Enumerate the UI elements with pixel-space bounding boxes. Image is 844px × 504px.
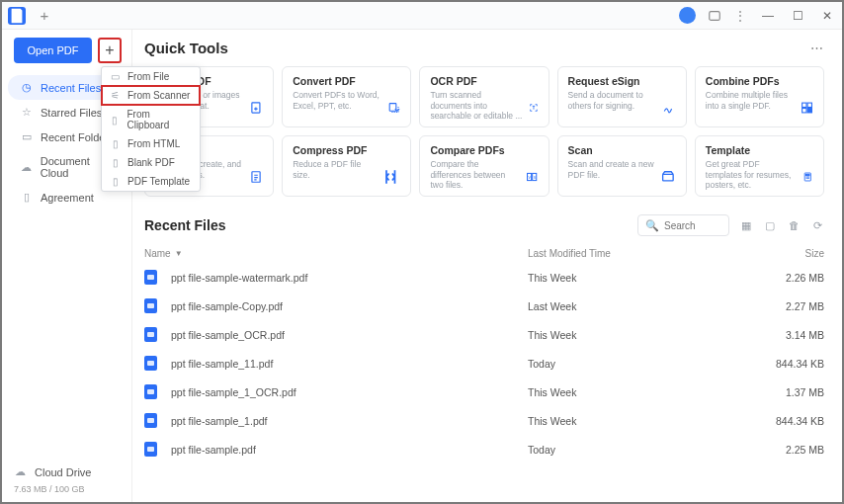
dropdown-from-clipboard[interactable]: ▯From Clipboard xyxy=(102,105,200,134)
document-icon: ▯ xyxy=(20,191,33,204)
file-size: 844.34 KB xyxy=(765,358,824,370)
sidebar-item-label: Recent Files xyxy=(41,82,101,94)
svg-rect-4 xyxy=(807,103,811,107)
new-pdf-button[interactable]: + xyxy=(98,38,122,63)
maximize-button[interactable]: ☐ xyxy=(789,9,806,23)
sort-icon: ▼ xyxy=(175,249,183,258)
dropdown-label: From HTML xyxy=(127,138,180,149)
sidebar-item-label: Agreement xyxy=(41,192,94,204)
tool-desc: Reduce a PDF file size. xyxy=(293,159,375,180)
col-name-header[interactable]: Name▼ xyxy=(144,248,528,259)
tool-ocr-pdf[interactable]: OCR PDFTurn scanned documents into searc… xyxy=(419,66,549,127)
notification-icon[interactable] xyxy=(708,9,721,23)
dropdown-label: From Scanner xyxy=(127,90,190,101)
tool-compress-pdf[interactable]: Compress PDFReduce a PDF file size. xyxy=(282,135,411,197)
dropdown-from-file[interactable]: ▭From File xyxy=(102,67,200,86)
file-size: 2.25 MB xyxy=(765,444,824,456)
grid-view-button[interactable]: ▢ xyxy=(763,218,777,232)
star-icon: ☆ xyxy=(20,106,33,119)
svg-rect-5 xyxy=(802,109,806,113)
avatar[interactable] xyxy=(679,7,696,24)
col-modified-header[interactable]: Last Modified Time xyxy=(528,248,765,259)
template-icon xyxy=(802,166,813,188)
table-row[interactable]: ppt file-sample_1_OCR.pdfThis Week1.37 M… xyxy=(144,378,824,406)
scan-icon xyxy=(660,166,676,188)
refresh-button[interactable]: ⟳ xyxy=(810,218,824,232)
tool-desc: Compare the differences between two file… xyxy=(430,159,520,191)
tool-title: Template xyxy=(706,144,798,156)
esign-icon xyxy=(662,97,676,119)
dropdown-label: Blank PDF xyxy=(127,157,175,168)
table-row[interactable]: ppt file-sample-watermark.pdfThis Week2.… xyxy=(144,263,824,292)
table-row[interactable]: ppt file-sample_OCR.pdfThis Week3.14 MB xyxy=(144,320,824,349)
file-name: ppt file-sample.pdf xyxy=(171,444,256,456)
scanner-icon: ⚟ xyxy=(110,90,121,101)
tool-request-esign[interactable]: Request eSignSend a document to others f… xyxy=(557,66,687,127)
search-box[interactable]: 🔍 xyxy=(637,214,729,236)
table-row[interactable]: ppt file-sample-Copy.pdfLast Week2.27 MB xyxy=(144,292,824,320)
combine-icon xyxy=(801,97,813,119)
file-modified: This Week xyxy=(528,386,765,398)
new-tab-button[interactable]: + xyxy=(36,7,53,25)
file-modified: Today xyxy=(528,444,765,456)
tool-desc: Convert PDFs to Word, Excel, PPT, etc. xyxy=(293,90,381,111)
tool-desc: Combine multiple files into a single PDF… xyxy=(706,90,795,111)
clipboard-icon: ▯ xyxy=(110,115,120,126)
pdf-file-icon xyxy=(144,270,157,285)
pdf-file-icon xyxy=(144,356,157,371)
pdf-file-icon xyxy=(144,413,157,428)
dropdown-label: From File xyxy=(127,71,169,82)
tool-convert-pdf[interactable]: Convert PDFConvert PDFs to Word, Excel, … xyxy=(282,66,411,127)
list-view-button[interactable]: ▦ xyxy=(739,218,753,232)
dropdown-blank-pdf[interactable]: ▯Blank PDF xyxy=(102,153,200,172)
file-icon: ▭ xyxy=(110,71,121,82)
close-button[interactable]: ✕ xyxy=(818,9,836,23)
svg-text:V: V xyxy=(529,176,532,180)
pdf-file-icon xyxy=(144,298,157,313)
open-pdf-button[interactable]: Open PDF xyxy=(14,38,92,63)
tool-desc: Get great PDF templates for resumes, pos… xyxy=(706,159,798,191)
file-size: 1.37 MB xyxy=(765,386,824,398)
cloud-icon: ☁ xyxy=(20,161,33,174)
minimize-button[interactable]: — xyxy=(759,9,777,23)
file-list: ppt file-sample-watermark.pdfThis Week2.… xyxy=(144,263,824,463)
file-name: ppt file-sample_OCR.pdf xyxy=(171,329,285,341)
tool-title: Compress PDF xyxy=(293,144,375,156)
svg-text:S: S xyxy=(534,176,537,180)
file-name: ppt file-sample-watermark.pdf xyxy=(171,272,307,284)
file-modified: This Week xyxy=(528,329,765,341)
table-header: Name▼ Last Modified Time Size xyxy=(144,244,824,263)
tool-template[interactable]: TemplateGet great PDF templates for resu… xyxy=(695,135,824,197)
table-row[interactable]: ppt file-sample.pdfToday2.25 MB xyxy=(144,435,824,463)
tool-title: OCR PDF xyxy=(430,75,522,87)
tool-title: Convert PDF xyxy=(293,75,381,87)
col-size-header[interactable]: Size xyxy=(765,248,824,259)
quick-tools-more-button[interactable]: ⋯ xyxy=(810,41,824,55)
tool-scan[interactable]: ScanScan and create a new PDF file. xyxy=(557,135,687,197)
table-row[interactable]: ppt file-sample_1.pdfThis Week844.34 KB xyxy=(144,406,824,435)
compare-icon: VS xyxy=(526,166,538,188)
svg-rect-12 xyxy=(663,174,674,181)
titlebar: + ⋮ — ☐ ✕ xyxy=(2,2,842,30)
search-input[interactable] xyxy=(664,220,721,231)
dropdown-from-scanner[interactable]: ⚟From Scanner xyxy=(101,85,201,106)
cloud-icon: ☁ xyxy=(14,465,27,478)
dropdown-from-html[interactable]: ▯From HTML xyxy=(102,134,200,153)
file-modified: This Week xyxy=(528,272,765,284)
folder-icon: ▭ xyxy=(20,130,33,143)
file-name: ppt file-sample_11.pdf xyxy=(171,358,273,370)
tool-compare-pdfs[interactable]: Compare PDFsCompare the differences betw… xyxy=(419,135,549,197)
file-size: 2.26 MB xyxy=(765,272,824,284)
search-icon: 🔍 xyxy=(645,219,659,232)
file-size: 3.14 MB xyxy=(765,329,824,341)
table-row[interactable]: ppt file-sample_11.pdfToday844.34 KB xyxy=(144,349,824,378)
app-icon xyxy=(8,7,26,25)
dropdown-pdf-template[interactable]: ▯PDF Template xyxy=(102,172,200,191)
cloud-drive-link[interactable]: ☁ Cloud Drive xyxy=(14,465,120,478)
quick-tools-grid: Create PDFFiles, pages or images in PDF … xyxy=(144,66,824,197)
kebab-icon[interactable]: ⋮ xyxy=(733,9,747,23)
tool-combine-pdfs[interactable]: Combine PDFsCombine multiple files into … xyxy=(695,66,824,127)
trash-button[interactable]: 🗑 xyxy=(787,218,801,232)
tool-title: Scan xyxy=(568,144,654,156)
new-pdf-dropdown: ▭From File ⚟From Scanner ▯From Clipboard… xyxy=(101,66,201,192)
